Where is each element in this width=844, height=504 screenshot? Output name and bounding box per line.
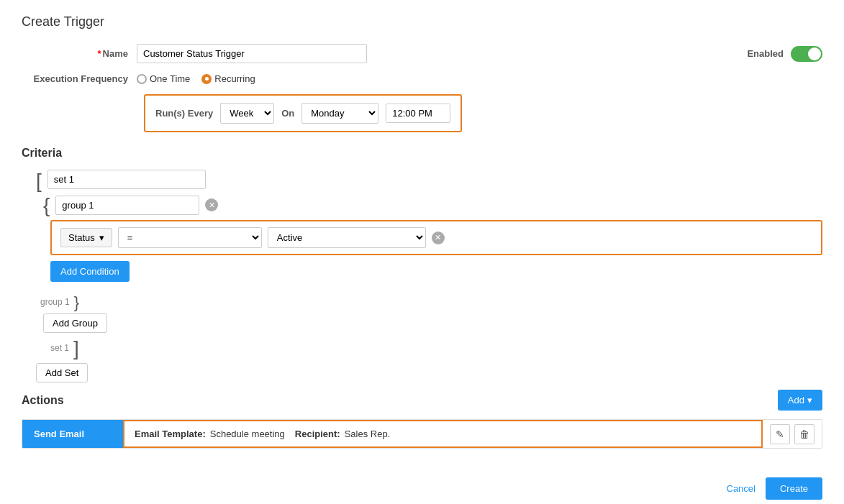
trash-icon: 🗑 bbox=[799, 429, 809, 440]
criteria-section-title: Criteria bbox=[22, 147, 822, 160]
execution-frequency-group: One Time Recurring bbox=[137, 73, 255, 84]
group-close-row: group 1 } bbox=[40, 293, 822, 311]
cancel-link[interactable]: Cancel bbox=[727, 483, 755, 494]
set-input[interactable] bbox=[47, 170, 206, 189]
footer: Cancel Create bbox=[22, 470, 822, 500]
set-bracket-close: ] bbox=[73, 339, 79, 359]
frequency-select[interactable]: Week Day Month bbox=[220, 103, 274, 124]
set-open-bracket: [ bbox=[36, 170, 822, 191]
set-bracket-open: [ bbox=[36, 171, 42, 191]
name-input[interactable] bbox=[137, 44, 367, 63]
criteria-container: [ { ✕ Status ▾ = != > < Active Inactive bbox=[36, 170, 822, 390]
group-close-label: group 1 bbox=[40, 297, 70, 307]
actions-section-title: Actions bbox=[22, 394, 64, 407]
group-bracket-open: { bbox=[43, 196, 50, 216]
action-icons: ✎ 🗑 bbox=[763, 420, 822, 448]
add-condition-button[interactable]: Add Condition bbox=[50, 261, 130, 282]
enabled-toggle[interactable] bbox=[791, 46, 822, 62]
condition-operator-select[interactable]: = != > < bbox=[118, 227, 262, 248]
recurring-radio[interactable] bbox=[201, 74, 212, 84]
one-time-option[interactable]: One Time bbox=[137, 73, 190, 84]
enabled-label: Enabled bbox=[747, 48, 784, 59]
time-input[interactable] bbox=[386, 104, 450, 123]
runs-every-box: Run(s) Every Week Day Month On Monday Su… bbox=[144, 94, 462, 132]
action-row: Send Email Email Template: Schedule meet… bbox=[22, 419, 822, 449]
add-action-label: Add bbox=[788, 395, 804, 406]
one-time-radio[interactable] bbox=[137, 74, 147, 84]
recurring-label: Recurring bbox=[214, 73, 255, 84]
toggle-track bbox=[791, 46, 822, 62]
name-label: *Name bbox=[22, 48, 137, 59]
page-title: Create Trigger bbox=[22, 14, 822, 29]
action-type-label: Send Email bbox=[22, 420, 123, 448]
one-time-label: One Time bbox=[150, 73, 190, 84]
recipient-label: Recipient: bbox=[295, 429, 340, 439]
action-details: Email Template: Schedule meeting Recipie… bbox=[123, 420, 763, 448]
execution-frequency-label: Execution Frequency bbox=[22, 73, 137, 84]
condition-field-label: Status bbox=[68, 232, 95, 243]
on-label: On bbox=[281, 108, 294, 119]
set-close-label: set 1 bbox=[50, 343, 69, 353]
create-button[interactable]: Create bbox=[766, 477, 822, 500]
remove-condition-button[interactable]: ✕ bbox=[432, 232, 445, 244]
condition-box: Status ▾ = != > < Active Inactive Pendin… bbox=[50, 220, 822, 255]
remove-group-button[interactable]: ✕ bbox=[205, 198, 218, 211]
group-bracket-close: } bbox=[74, 295, 79, 311]
day-select[interactable]: Monday Sunday Tuesday Wednesday Thursday… bbox=[301, 103, 378, 124]
add-action-chevron: ▾ bbox=[807, 395, 812, 406]
condition-field-chevron: ▾ bbox=[99, 232, 104, 243]
add-action-button[interactable]: Add ▾ bbox=[778, 390, 822, 411]
recurring-option[interactable]: Recurring bbox=[201, 73, 255, 84]
add-set-button[interactable]: Add Set bbox=[36, 363, 88, 382]
delete-action-button[interactable]: 🗑 bbox=[794, 424, 814, 444]
add-group-button[interactable]: Add Group bbox=[43, 313, 107, 333]
condition-value-select[interactable]: Active Inactive Pending bbox=[268, 227, 426, 248]
email-template-label: Email Template: bbox=[135, 429, 206, 439]
edit-action-button[interactable]: ✎ bbox=[770, 424, 790, 444]
email-template-value: Schedule meeting bbox=[210, 429, 285, 439]
toggle-thumb bbox=[808, 47, 821, 60]
group-input[interactable] bbox=[55, 196, 199, 215]
group-container: { ✕ Status ▾ = != > < Active Inactive Pe… bbox=[43, 194, 822, 288]
required-star: * bbox=[98, 48, 101, 59]
set-close-row: set 1 ] bbox=[50, 337, 822, 359]
group-row: { ✕ bbox=[43, 194, 822, 216]
condition-field-button[interactable]: Status ▾ bbox=[60, 228, 112, 247]
runs-every-label: Run(s) Every bbox=[155, 108, 213, 119]
recipient-value: Sales Rep. bbox=[345, 429, 391, 439]
edit-icon: ✎ bbox=[776, 429, 784, 440]
actions-header: Actions Add ▾ bbox=[22, 390, 822, 411]
